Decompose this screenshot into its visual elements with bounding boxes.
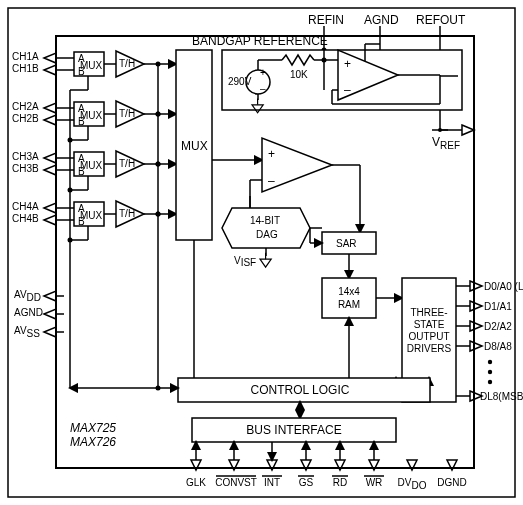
svg-point-78 bbox=[68, 238, 73, 243]
svg-point-45 bbox=[156, 62, 161, 67]
svg-text:WR: WR bbox=[366, 477, 383, 488]
channel-3: CH3A CH3B bbox=[12, 151, 176, 190]
part-number-2: MAX726 bbox=[70, 435, 116, 449]
svg-text:D1/A1: D1/A1 bbox=[484, 301, 512, 312]
svg-text:SAR: SAR bbox=[336, 238, 357, 249]
svg-text:GLK: GLK bbox=[186, 477, 206, 488]
dac-block: 14-BIT DAG 14-BIT DAG VISF bbox=[222, 208, 322, 268]
svg-text:CH1A: CH1A bbox=[12, 51, 39, 62]
svg-text:CONVST: CONVST bbox=[215, 477, 257, 488]
svg-point-164 bbox=[156, 162, 161, 167]
svg-text:RAM: RAM bbox=[338, 299, 360, 310]
svg-text:10K: 10K bbox=[290, 69, 308, 80]
svg-text:–: – bbox=[268, 174, 275, 188]
svg-point-132 bbox=[156, 386, 161, 391]
svg-point-124 bbox=[488, 360, 492, 364]
svg-text:+: + bbox=[268, 147, 275, 161]
bandgap-block: BANDGAP REFERENCE + – 290V 10K + – bbox=[192, 34, 462, 113]
svg-text:RD: RD bbox=[333, 477, 347, 488]
svg-text:CH4B: CH4B bbox=[12, 213, 39, 224]
svg-text:OUTPUT: OUTPUT bbox=[408, 331, 449, 342]
svg-text:AGND: AGND bbox=[14, 307, 43, 318]
svg-text:AVSS: AVSS bbox=[14, 325, 40, 339]
svg-text:CH4A: CH4A bbox=[12, 201, 39, 212]
svg-text:DGND: DGND bbox=[437, 477, 466, 488]
svg-text:CH1B: CH1B bbox=[12, 63, 39, 74]
svg-point-125 bbox=[488, 370, 492, 374]
svg-text:CH3B: CH3B bbox=[12, 163, 39, 174]
svg-text:290V: 290V bbox=[228, 76, 252, 87]
svg-text:D0/A0 (LSB): D0/A0 (LSB) bbox=[484, 281, 523, 292]
svg-text:–: – bbox=[344, 83, 351, 97]
bus-interface-block: BUS INTERFACE bbox=[192, 418, 396, 442]
svg-point-77 bbox=[68, 188, 73, 193]
svg-point-165 bbox=[156, 212, 161, 217]
part-number-1: MAX725 bbox=[70, 421, 116, 435]
svg-text:+: + bbox=[260, 67, 266, 78]
svg-text:CH2B: CH2B bbox=[12, 113, 39, 124]
svg-text:DVDO: DVDO bbox=[398, 477, 427, 491]
svg-text:CONTROL LOGIC: CONTROL LOGIC bbox=[251, 383, 350, 397]
svg-text:CH3A: CH3A bbox=[12, 151, 39, 162]
svg-text:INT: INT bbox=[264, 477, 280, 488]
channel-4: CH4A CH4B bbox=[12, 201, 176, 240]
svg-point-76 bbox=[68, 138, 73, 143]
dac-label-1: 14-BIT bbox=[250, 215, 280, 226]
sar-block: SAR bbox=[310, 228, 376, 278]
svg-text:+: + bbox=[344, 57, 351, 71]
data-pins: D0/A0 (LSB) D1/A1 D2/A2 D8/A8 DL8(MSB) bbox=[456, 281, 523, 402]
svg-point-126 bbox=[488, 380, 492, 384]
bottom-pins: GLK CONVST INT GS RD WR DVDO DGND bbox=[186, 442, 467, 491]
svg-text:BANDGAP REFERENCE: BANDGAP REFERENCE bbox=[192, 34, 328, 48]
svg-text:D2/A2: D2/A2 bbox=[484, 321, 512, 332]
svg-text:THREE-: THREE- bbox=[410, 307, 447, 318]
svg-text:VREF: VREF bbox=[432, 135, 460, 151]
ram-block: 14x4 RAM 14x4 RAM bbox=[322, 278, 402, 378]
control-logic-block: CONTROL LOGIC bbox=[70, 378, 430, 418]
svg-text:REFIN: REFIN bbox=[308, 13, 344, 27]
svg-text:MUX: MUX bbox=[181, 139, 208, 153]
svg-text:–: – bbox=[260, 83, 266, 94]
svg-point-163 bbox=[156, 112, 161, 117]
svg-text:CH2A: CH2A bbox=[12, 101, 39, 112]
svg-rect-101 bbox=[322, 278, 376, 318]
svg-text:STATE: STATE bbox=[414, 319, 445, 330]
svg-text:GS: GS bbox=[299, 477, 314, 488]
svg-text:DRIVERS: DRIVERS bbox=[407, 343, 452, 354]
svg-text:AGND: AGND bbox=[364, 13, 399, 27]
svg-text:AVDD: AVDD bbox=[14, 289, 41, 303]
svg-text:DL8(MSB): DL8(MSB) bbox=[480, 391, 523, 402]
vref-node: VREF bbox=[432, 110, 474, 151]
svg-text:14x4: 14x4 bbox=[338, 286, 360, 297]
dac-label-2: DAG bbox=[256, 229, 278, 240]
svg-text:VISF: VISF bbox=[234, 255, 256, 268]
channel-2: CH2A CH2B bbox=[12, 101, 176, 140]
left-power-pins: AVDD AGND AVSS bbox=[14, 289, 64, 339]
svg-text:REFOUT: REFOUT bbox=[416, 13, 466, 27]
svg-text:D8/A8: D8/A8 bbox=[484, 341, 512, 352]
svg-text:BUS INTERFACE: BUS INTERFACE bbox=[246, 423, 341, 437]
